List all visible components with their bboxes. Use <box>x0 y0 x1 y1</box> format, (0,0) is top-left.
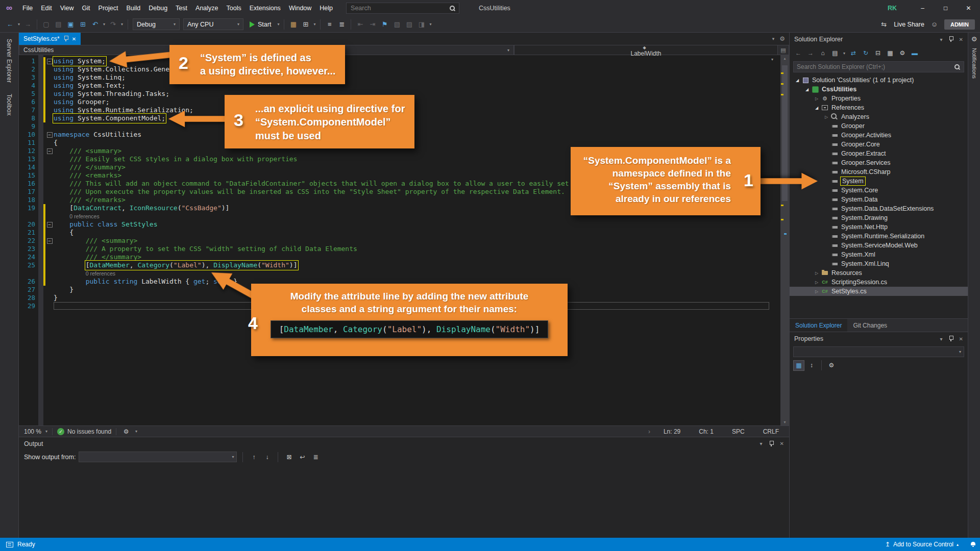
menu-project[interactable]: Project <box>94 0 122 16</box>
pin-icon[interactable] <box>948 336 953 342</box>
background-tasks-icon[interactable] <box>6 542 13 547</box>
live-share-button[interactable]: Live Share <box>894 21 924 28</box>
previous-message-icon[interactable]: ↑ <box>249 451 259 463</box>
menu-view[interactable]: View <box>56 0 78 16</box>
toolbar-overflow-icon[interactable]: ▾ <box>428 22 433 27</box>
close-button[interactable]: ✕ <box>957 0 980 16</box>
sidebar-tab-server-explorer[interactable]: Server Explorer <box>6 39 13 83</box>
tree-item-grooper-activities[interactable]: Grooper.Activities <box>790 131 968 140</box>
chevron-collapsed-icon[interactable]: ▷ <box>813 271 820 276</box>
code-line-23[interactable]: 23 /// A property to set the CSS "width"… <box>19 245 780 253</box>
next-message-icon[interactable]: ↓ <box>262 451 272 463</box>
save-all-button[interactable]: ⊞ <box>77 18 89 31</box>
menu-extensions[interactable]: Extensions <box>246 0 285 16</box>
tree-item-references[interactable]: ◢References <box>790 103 968 112</box>
categorized-icon[interactable]: ▦ <box>793 360 804 371</box>
property-pages-icon[interactable]: ⚙ <box>826 360 837 371</box>
codelens-label[interactable]: 0 references <box>69 212 99 220</box>
menu-analyze[interactable]: Analyze <box>191 0 222 16</box>
line-indicator[interactable]: Ln: 29 <box>664 428 680 435</box>
zoom-select[interactable]: 100 % ▾ <box>24 428 47 435</box>
indent-increase-button[interactable]: ⇥ <box>366 18 378 31</box>
tab-solution-explorer[interactable]: Solution Explorer <box>790 319 847 332</box>
prev-bookmark-button[interactable]: ▧ <box>391 18 403 31</box>
tree-item-solution-cssutilities-1-of-1-project[interactable]: ◢Solution 'CssUtilities' (1 of 1 project… <box>790 76 968 85</box>
tree-item-system-xml-linq[interactable]: System.Xml.Linq <box>790 259 968 268</box>
code-line-25[interactable]: 25 [DataMember, Category("Label"), Displ… <box>19 261 780 269</box>
window-position-icon[interactable]: ▾ <box>760 441 763 446</box>
menu-edit[interactable]: Edit <box>37 0 56 16</box>
tree-item-system-runtime-serialization[interactable]: System.Runtime.Serialization <box>790 232 968 241</box>
fold-toggle-icon[interactable]: − <box>47 238 53 244</box>
codelens-row[interactable]: 0 references <box>19 269 780 278</box>
code-line-21[interactable]: 21 { <box>19 229 780 237</box>
list-hierarchy-button[interactable]: ≣ <box>336 18 348 31</box>
properties-gear-icon[interactable]: ⚙ <box>897 47 908 59</box>
close-panel-icon[interactable]: ✕ <box>959 37 963 42</box>
editor-scrollbar[interactable]: ▴ ▾ <box>780 55 789 425</box>
code-line-20[interactable]: 20− public class SetStyles <box>19 220 780 229</box>
code-line-22[interactable]: 22− /// <summary> <box>19 237 780 245</box>
scroll-up-icon[interactable]: ▴ <box>783 55 786 62</box>
menu-window[interactable]: Window <box>285 0 315 16</box>
pin-icon[interactable] <box>63 36 68 42</box>
clear-all-icon[interactable]: ⊠ <box>284 451 294 463</box>
configuration-select[interactable]: Debug ▾ <box>133 18 180 30</box>
collapse-all-icon[interactable]: ⊟ <box>872 47 884 59</box>
tree-item-scriptingsession-cs[interactable]: ▷C#ScriptingSession.cs <box>790 278 968 287</box>
output-source-select[interactable]: ▾ <box>79 452 237 462</box>
chevron-down-icon[interactable]: ▾ <box>135 429 137 434</box>
tree-item-system-servicemodel-web[interactable]: System.ServiceModel.Web <box>790 241 968 250</box>
tree-item-resources[interactable]: ▷Resources <box>790 268 968 278</box>
tree-item-grooper-extract[interactable]: Grooper.Extract <box>790 149 968 158</box>
scroll-down-icon[interactable]: ▾ <box>783 419 786 425</box>
tree-item-properties[interactable]: ▷⚙Properties <box>790 94 968 103</box>
pin-icon[interactable] <box>769 441 774 447</box>
scrollbar-track[interactable] <box>780 62 789 419</box>
window-position-icon[interactable]: ▾ <box>940 336 943 342</box>
start-caret-icon[interactable]: ▾ <box>276 22 281 27</box>
code-cleanup-icon[interactable]: ⚙ <box>121 425 131 438</box>
menu-help[interactable]: Help <box>315 0 337 16</box>
output-content[interactable] <box>19 464 789 538</box>
list-members-button[interactable]: ≡ <box>324 18 335 31</box>
fold-toggle-icon[interactable]: − <box>47 148 53 154</box>
add-to-source-control-button[interactable]: ↥ Add to Source Control ▴ <box>885 541 959 548</box>
codelens-label[interactable]: 0 references <box>86 269 115 278</box>
tree-item-analyzers[interactable]: ▷Analyzers <box>790 112 968 121</box>
clear-bookmarks-button[interactable]: ◨ <box>415 18 427 31</box>
new-file-button[interactable]: ▢ <box>40 18 52 31</box>
navigate-back-button[interactable]: ← <box>4 18 16 31</box>
sidebar-tab-toolbox[interactable]: Toolbox <box>6 94 13 116</box>
chevron-expanded-icon[interactable]: ◢ <box>803 87 811 92</box>
sync-with-active-document-icon[interactable]: ⇄ <box>848 47 859 59</box>
tree-item-grooper-core[interactable]: Grooper.Core <box>790 140 968 149</box>
indent-decrease-button[interactable]: ⇤ <box>354 18 366 31</box>
menu-build[interactable]: Build <box>122 0 144 16</box>
column-indicator[interactable]: Ch: 1 <box>699 428 714 435</box>
close-panel-icon[interactable]: ✕ <box>780 441 784 446</box>
solution-search-input[interactable]: Search Solution Explorer (Ctrl+;) <box>793 61 964 72</box>
code-line-3[interactable]: 3using System.Linq; <box>19 73 780 82</box>
menu-file[interactable]: File <box>18 0 37 16</box>
quick-window-button[interactable]: ⊞ <box>300 18 311 31</box>
tab-options-gear-icon[interactable]: ⚙ <box>779 35 785 42</box>
global-search-input[interactable]: Search <box>346 3 459 14</box>
tree-item-cssutilities[interactable]: ◢CssUtilities <box>790 85 968 94</box>
issues-label[interactable]: No issues found <box>67 428 111 435</box>
preview-selected-icon[interactable]: ▬ <box>909 47 920 59</box>
pin-icon[interactable] <box>948 36 953 42</box>
bookmark-button[interactable]: ⚑ <box>379 18 390 31</box>
fold-toggle-icon[interactable]: − <box>47 59 53 64</box>
menu-tools[interactable]: Tools <box>223 0 246 16</box>
navigate-forward-button[interactable]: → <box>22 18 34 31</box>
close-panel-icon[interactable]: ✕ <box>959 336 963 342</box>
code-line-24[interactable]: 24 /// </summary> <box>19 253 780 261</box>
tree-item-system-net-http[interactable]: System.Net.Http <box>790 222 968 232</box>
chevron-expanded-icon[interactable]: ◢ <box>794 78 801 83</box>
navigate-back-caret-icon[interactable]: ▾ <box>16 22 21 27</box>
document-tab-setstyles[interactable]: SetStyles.cs* ✕ <box>19 33 81 45</box>
code-line-4[interactable]: 4using System.Text; <box>19 82 780 90</box>
refresh-icon[interactable]: ↻ <box>860 47 871 59</box>
home-icon[interactable]: ⌂ <box>817 47 828 59</box>
